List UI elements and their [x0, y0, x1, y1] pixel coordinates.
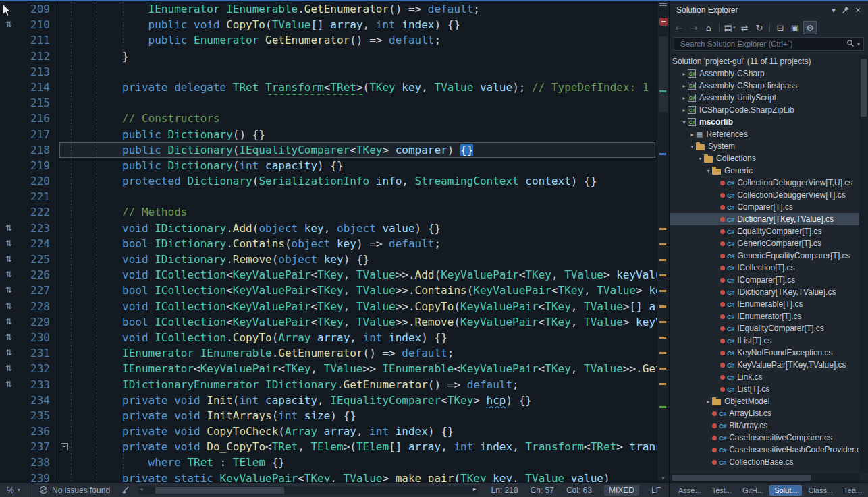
gutter-cell[interactable] — [0, 32, 18, 48]
tree-item-collections[interactable]: ▾Collections — [670, 152, 859, 165]
outline-margin[interactable] — [59, 330, 70, 345]
back-icon[interactable]: ← — [672, 21, 686, 34]
line-number[interactable]: 210 — [18, 17, 50, 32]
outline-margin[interactable] — [59, 1, 70, 17]
gutter-cell[interactable] — [0, 127, 18, 142]
panel-horizontal-scrollbar-thumb[interactable] — [672, 475, 811, 481]
tree-item-collectionbase-cs[interactable]: C#CollectionBase.cs — [670, 456, 859, 468]
search-icon[interactable] — [846, 38, 855, 50]
code-line-237[interactable]: 237- private void Do_CopyTo<TRet, TElem>… — [0, 439, 657, 455]
code-line-215[interactable]: 215 — [0, 95, 657, 111]
code-line-210[interactable]: ⇅210 public void CopyTo(TValue[] array, … — [0, 17, 657, 32]
expand-arrow-icon[interactable]: ▸ — [705, 399, 712, 405]
line-number[interactable]: 222 — [18, 204, 50, 220]
tool-tab-gith[interactable]: GitH... — [738, 485, 768, 496]
code-line-221[interactable]: 221 — [0, 189, 657, 204]
gutter-cell[interactable] — [0, 455, 18, 470]
gutter-cell[interactable] — [0, 392, 18, 408]
expand-arrow-icon[interactable]: ▸ — [680, 71, 688, 77]
expand-arrow-icon[interactable]: ▾ — [697, 156, 704, 162]
outline-margin[interactable] — [59, 111, 70, 126]
tree-item-dictionary-tkey-tvalue-cs[interactable]: C#Dictionary[TKey,TValue].cs — [670, 213, 859, 225]
gutter-cell[interactable] — [0, 95, 18, 111]
code-line-223[interactable]: ⇅223 void IDictionary.Add(object key, ob… — [0, 221, 657, 236]
gutter-cell[interactable] — [0, 80, 18, 95]
tree-item-system[interactable]: ▾System — [670, 140, 859, 152]
line-number[interactable]: 234 — [18, 392, 50, 408]
line-number[interactable]: 239 — [18, 471, 50, 482]
outline-margin[interactable] — [59, 80, 70, 95]
tree-item-comparer-t-cs[interactable]: C#Comparer[T].cs — [670, 201, 859, 213]
tree-item-ienumerator-t-cs[interactable]: C#IEnumerator[T].cs — [670, 310, 859, 322]
code-line-229[interactable]: ⇅229 bool ICollection<KeyValuePair<TKey,… — [0, 314, 657, 330]
outline-margin[interactable] — [59, 314, 70, 330]
tool-tab-solut[interactable]: Solut... — [769, 485, 802, 496]
line-number[interactable]: 216 — [18, 111, 50, 126]
code-line-226[interactable]: ⇅226 void ICollection<KeyValuePair<TKey,… — [0, 267, 657, 283]
outline-margin[interactable] — [59, 142, 70, 158]
code-line-217[interactable]: 217 public Dictionary() {} — [0, 127, 657, 142]
outline-margin[interactable] — [59, 392, 70, 408]
horizontal-scrollbar-thumb[interactable] — [155, 487, 284, 494]
line-number[interactable]: 223 — [18, 221, 50, 236]
scroll-down-arrow-icon[interactable]: ▾ — [657, 475, 669, 481]
line-number[interactable]: 233 — [18, 377, 50, 392]
gutter-cell[interactable] — [0, 173, 18, 189]
code-line-222[interactable]: 222 // Methods — [0, 204, 657, 220]
tree-item-collectiondebuggerview-t-u-cs[interactable]: C#CollectionDebuggerView[T,U].cs — [670, 177, 859, 189]
switch-views-icon[interactable]: ▤▾ — [723, 21, 736, 34]
gutter-cell[interactable] — [0, 471, 18, 482]
scroll-left-arrow-icon[interactable]: ◂ — [140, 486, 143, 492]
pin-icon[interactable] — [840, 4, 852, 16]
tree-item-keyvaluepair-tkey-tvalue-cs[interactable]: C#KeyValuePair[TKey,TValue].cs — [670, 359, 859, 371]
tree-item-genericequalitycomparer-t-cs[interactable]: C#GenericEqualityComparer[T].cs — [670, 250, 859, 262]
tree-item-generic[interactable]: ▾Generic — [670, 165, 859, 177]
line-number[interactable]: 221 — [18, 189, 50, 204]
column-indicator[interactable]: Col: 63 — [566, 486, 592, 495]
line-number[interactable]: 236 — [18, 423, 50, 439]
tree-item-bitarray-cs[interactable]: C#BitArray.cs — [670, 419, 859, 432]
outline-margin[interactable] — [59, 158, 70, 173]
line-number[interactable]: 214 — [18, 80, 50, 95]
outline-margin[interactable] — [59, 423, 70, 439]
line-number[interactable]: 237 — [18, 439, 50, 455]
outline-margin[interactable] — [59, 252, 70, 267]
code-line-230[interactable]: ⇅230 void ICollection.CopyTo(Array array… — [0, 330, 657, 345]
outline-margin[interactable] — [59, 408, 70, 423]
outline-margin[interactable] — [59, 361, 70, 376]
outline-margin[interactable] — [59, 267, 70, 283]
code-line-231[interactable]: ⇅231 IEnumerator IEnumerable.GetEnumerat… — [0, 345, 657, 361]
code-line-219[interactable]: 219 public Dictionary(int capacity) {} — [0, 158, 657, 173]
reference-arrows-icon[interactable]: ⇅ — [0, 221, 18, 236]
collapse-region-toggle-icon[interactable]: - — [61, 443, 68, 450]
gutter-cell[interactable] — [0, 408, 18, 423]
refresh-icon[interactable]: ↻ — [753, 21, 766, 34]
outline-margin[interactable] — [59, 204, 70, 220]
tree-item-equalitycomparer-t-cs[interactable]: C#EqualityComparer[T].cs — [670, 225, 859, 237]
panel-vertical-scrollbar-thumb[interactable] — [861, 59, 867, 117]
document-health-badge-icon[interactable] — [659, 18, 668, 26]
tool-tab-class[interactable]: Class... — [803, 485, 838, 496]
tree-item-ienumerable-t-cs[interactable]: C#IEnumerable[T].cs — [670, 298, 859, 310]
code-line-227[interactable]: ⇅227 bool ICollection<KeyValuePair<TKey,… — [0, 283, 657, 298]
outline-margin[interactable] — [59, 283, 70, 298]
gutter-cell[interactable] — [0, 142, 18, 158]
tool-tab-asse[interactable]: Asse... — [674, 485, 706, 496]
expand-arrow-icon[interactable]: ▸ — [680, 95, 688, 101]
outline-margin[interactable] — [59, 17, 70, 32]
code-editor[interactable]: 209 IEnumerator IEnumerable.GetEnumerato… — [0, 1, 657, 482]
gutter-cell[interactable] — [0, 158, 18, 173]
tree-item-mscorlib[interactable]: ▾mscorlib — [670, 116, 859, 128]
reference-arrows-icon[interactable]: ⇅ — [0, 17, 18, 32]
show-all-files-icon[interactable]: ▣ — [788, 21, 802, 34]
reference-arrows-icon[interactable]: ⇅ — [0, 330, 18, 345]
outline-margin[interactable] — [59, 221, 70, 236]
line-number[interactable]: 238 — [18, 455, 50, 470]
code-line-218[interactable]: 218 public Dictionary(IEqualityComparer<… — [0, 142, 657, 158]
search-options-chevron-icon[interactable]: ▾ — [857, 41, 860, 47]
line-number[interactable]: 218 — [18, 142, 50, 158]
gutter-cell[interactable] — [0, 204, 18, 220]
outline-margin[interactable] — [59, 236, 70, 252]
gutter-cell[interactable] — [0, 64, 18, 80]
tree-item-collectiondebuggerview-t-cs[interactable]: C#CollectionDebuggerView[T].cs — [670, 189, 859, 201]
